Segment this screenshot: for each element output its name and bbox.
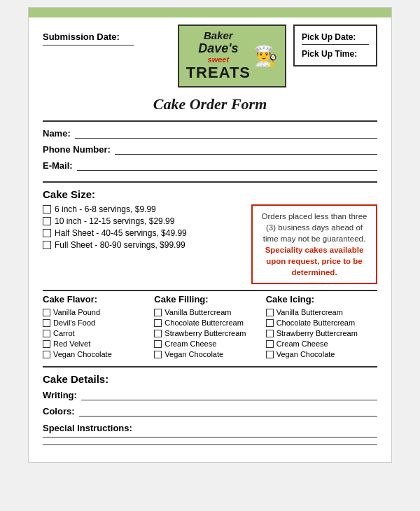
name-label: Name: [43, 128, 71, 139]
cake-filling-title: Cake Filling: [154, 294, 265, 304]
checkbox-1[interactable] [43, 205, 51, 214]
pickup-time-label: Pick Up Time: [302, 45, 369, 61]
filling-item-2: Chocolate Buttercream [154, 318, 265, 327]
phone-line[interactable] [115, 144, 377, 155]
flavor-label-2: Devil's Food [53, 318, 95, 327]
form-container: Submission Date: Baker Dave's sweet TREA… [28, 7, 392, 463]
logo-daves: Dave's [186, 42, 251, 56]
filling-cb-3[interactable] [154, 330, 162, 337]
fields-section: Name: Phone Number: E-Mail: [29, 122, 391, 181]
flavor-item-4: Red Velvet [43, 340, 154, 348]
size-label-2: 10 inch - 12-15 servings, $29.99 [55, 216, 174, 226]
icing-cb-5[interactable] [266, 351, 274, 358]
cake-flavor-title: Cake Flavor: [43, 294, 154, 304]
flavor-item-5: Vegan Chocolate [43, 350, 154, 358]
notice-box: Orders placed less than three (3) busine… [251, 204, 377, 285]
icing-cb-2[interactable] [266, 319, 274, 327]
icing-item-3: Strawberry Buttercream [266, 329, 377, 337]
email-field-row: E-Mail: [43, 160, 377, 171]
size-notice-row: 6 inch - 6-8 servings, $9.99 10 inch - 1… [43, 204, 377, 285]
icing-cb-4[interactable] [266, 340, 274, 348]
filling-item-1: Vanilla Buttercream [154, 308, 265, 316]
checkbox-4[interactable] [43, 241, 51, 249]
header-bar [29, 8, 391, 18]
colors-row: Colors: [43, 405, 377, 416]
top-section: Submission Date: Baker Dave's sweet TREA… [29, 18, 391, 91]
logo-box: Baker Dave's sweet TREATS 👨‍🍳 [178, 24, 286, 88]
logo-figure: 👨‍🍳 [253, 46, 278, 66]
colors-label: Colors: [43, 406, 75, 416]
filling-label-5: Vegan Chocolate [164, 350, 223, 358]
checkbox-3[interactable] [43, 229, 51, 237]
size-label-3: Half Sheet - 40-45 servings, $49.99 [55, 228, 187, 238]
logo-treats: TREATS [186, 64, 251, 81]
cake-filling-col: Cake Filling: Vanilla Buttercream Chocol… [154, 294, 265, 360]
submission-date-block: Submission Date: [43, 24, 171, 46]
writing-label: Writing: [43, 390, 77, 400]
special-instructions-label: Special Instructions: [43, 423, 132, 433]
filling-item-4: Cream Cheese [154, 340, 265, 348]
flavor-item-3: Carrot [43, 329, 154, 337]
icing-item-2: Chocolate Buttercream [266, 318, 377, 327]
filling-cb-5[interactable] [154, 351, 162, 358]
email-label: E-Mail: [43, 160, 73, 171]
filling-label-4: Cream Cheese [164, 340, 216, 348]
filling-label-2: Chocolate Buttercream [164, 318, 244, 327]
cake-flavor-col: Cake Flavor: Vanilla Pound Devil's Food … [43, 294, 154, 360]
phone-label: Phone Number: [43, 144, 111, 155]
filling-cb-4[interactable] [154, 340, 162, 348]
filling-cb-2[interactable] [154, 319, 162, 327]
flavor-cb-5[interactable] [43, 351, 50, 358]
flavor-cb-3[interactable] [43, 330, 50, 337]
writing-line[interactable] [81, 389, 377, 400]
cake-icing-col: Cake Icing: Vanilla Buttercream Chocolat… [266, 294, 377, 360]
flavor-label-1: Vanilla Pound [53, 308, 100, 316]
name-line[interactable] [75, 127, 377, 139]
notice-line1: Orders placed less than three (3) busine… [262, 212, 368, 243]
colors-line[interactable] [79, 405, 378, 416]
checkbox-2[interactable] [43, 217, 51, 225]
size-option-3: Half Sheet - 40-45 servings, $49.99 [43, 228, 244, 238]
size-label-4: Full Sheet - 80-90 servings, $99.99 [55, 240, 186, 250]
special-instructions-line-2[interactable] [43, 444, 377, 445]
pickup-box: Pick Up Date: Pick Up Time: [293, 24, 377, 66]
filling-item-5: Vegan Chocolate [154, 350, 265, 358]
icing-item-5: Vegan Chocolate [266, 350, 377, 358]
special-instructions-block: Special Instructions: [43, 421, 377, 445]
filling-label-3: Strawberry Buttercream [164, 329, 246, 337]
submission-date-label: Submission Date: [43, 31, 120, 42]
flavor-cb-2[interactable] [43, 319, 50, 327]
cake-icing-title: Cake Icing: [266, 294, 377, 304]
cake-size-title: Cake Size: [43, 188, 377, 200]
size-label-1: 6 inch - 6-8 servings, $9.99 [55, 204, 156, 214]
flavor-label-5: Vegan Chocolate [53, 350, 112, 358]
icing-cb-1[interactable] [266, 309, 274, 316]
special-instructions-line-1[interactable] [43, 437, 377, 438]
icing-label-5: Vegan Chocolate [276, 350, 335, 358]
filling-item-3: Strawberry Buttercream [154, 329, 265, 337]
icing-item-4: Cream Cheese [266, 340, 377, 348]
icing-label-3: Strawberry Buttercream [276, 329, 358, 337]
icing-cb-3[interactable] [266, 330, 274, 337]
name-field-row: Name: [43, 127, 377, 139]
icing-item-1: Vanilla Buttercream [266, 308, 377, 316]
size-options: 6 inch - 6-8 servings, $9.99 10 inch - 1… [43, 204, 244, 252]
flavor-item-2: Devil's Food [43, 318, 154, 327]
size-option-1: 6 inch - 6-8 servings, $9.99 [43, 204, 244, 214]
size-option-4: Full Sheet - 80-90 servings, $99.99 [43, 240, 244, 250]
cake-size-section: Cake Size: 6 inch - 6-8 servings, $9.99 … [29, 183, 391, 290]
size-option-2: 10 inch - 12-15 servings, $29.99 [43, 216, 244, 226]
phone-field-row: Phone Number: [43, 144, 377, 155]
flavor-cb-4[interactable] [43, 340, 50, 348]
filling-cb-1[interactable] [154, 309, 162, 316]
submission-date-line [43, 45, 134, 46]
pickup-date-label: Pick Up Date: [302, 30, 369, 45]
flavor-label-3: Carrot [53, 329, 75, 337]
icing-label-2: Chocolate Buttercream [276, 318, 356, 327]
cake-details-title: Cake Details: [43, 373, 377, 385]
flavor-cb-1[interactable] [43, 309, 50, 316]
writing-row: Writing: [43, 389, 377, 400]
filling-label-1: Vanilla Buttercream [164, 308, 231, 316]
email-line[interactable] [77, 160, 377, 171]
notice-line2: Speciality cakes available upon request,… [265, 246, 364, 276]
